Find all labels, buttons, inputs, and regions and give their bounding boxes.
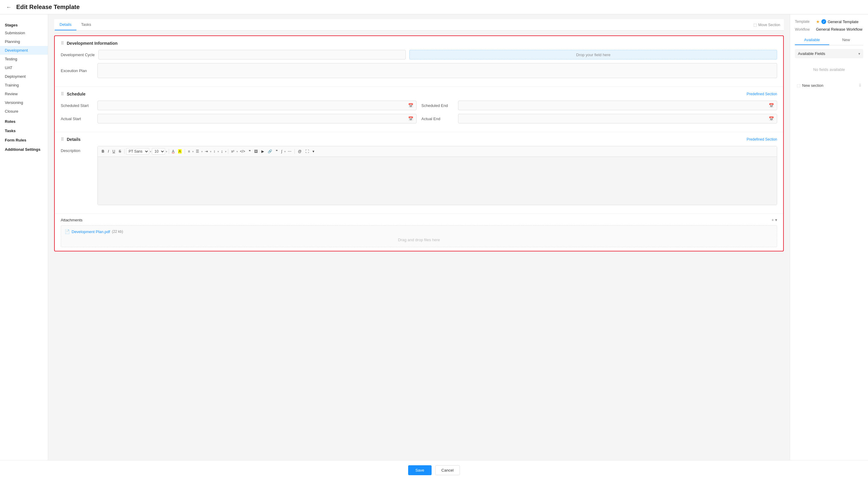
code-button[interactable]: </>	[239, 148, 247, 155]
sidebar-item-deployment[interactable]: Deployment	[0, 72, 48, 81]
indent-button[interactable]: ⇥	[203, 148, 209, 155]
attachment-file-item: 📄 Development Plan.pdf (22 kb)	[65, 229, 773, 234]
exceution-plan-input[interactable]	[97, 63, 777, 78]
tab-tasks[interactable]: Tasks	[76, 19, 96, 30]
font-family-select[interactable]: PT Sans	[126, 148, 149, 155]
right-tab-new[interactable]: New	[829, 35, 864, 45]
details-drag-handle[interactable]: ⠿	[61, 137, 64, 142]
underline-button[interactable]: U	[111, 148, 117, 155]
sidebar-item-review[interactable]: Review	[0, 90, 48, 98]
back-button[interactable]: ←	[6, 4, 12, 10]
mention-button[interactable]: @	[296, 148, 303, 155]
file-link[interactable]: Development Plan.pdf	[71, 230, 110, 234]
text-dir-button[interactable]: ↕	[212, 148, 217, 155]
page-title: Edit Release Template	[16, 4, 80, 10]
image-button[interactable]: 🖼	[253, 148, 259, 155]
strikethrough-button[interactable]: S	[117, 148, 123, 155]
rich-text-editor[interactable]: B I U S PT Sans ▾ 10 ▾	[97, 146, 777, 205]
text-dir-chevron: ▾	[217, 150, 219, 153]
tab-details[interactable]: Details	[55, 19, 76, 30]
attach-add-button[interactable]: + ▾	[771, 217, 777, 222]
actual-start-cal-icon: 📅	[408, 116, 413, 121]
available-fields-header[interactable]: Available Fields ▾	[795, 49, 863, 58]
sidebar-additional-settings[interactable]: Additional Settings	[0, 144, 48, 153]
scheduled-start-field: Scheduled Start 📅	[61, 101, 416, 110]
sidebar-item-versioning[interactable]: Versioning	[0, 98, 48, 107]
file-size: (22 kb)	[112, 230, 123, 234]
align-button[interactable]: ≡	[186, 148, 192, 155]
sidebar-item-closure[interactable]: Closure	[0, 107, 48, 116]
expand-button[interactable]: ▾	[311, 148, 316, 155]
development-cycle-field: Development Cycle Drop your field here	[61, 50, 777, 60]
sidebar-roles[interactable]: Roles	[0, 116, 48, 125]
bold-button[interactable]: B	[100, 148, 106, 155]
tabs-bar: Details Tasks ⬚ Move Section	[54, 19, 784, 31]
align-chevron: ▾	[192, 150, 194, 153]
scheduled-end-input[interactable]: 📅	[458, 101, 777, 110]
editor-toolbar: B I U S PT Sans ▾ 10 ▾	[98, 146, 777, 157]
new-section-row: ⬚ New section ⠿	[795, 81, 863, 90]
sidebar-item-uat[interactable]: UAT	[0, 63, 48, 72]
attachments-drop-area[interactable]: 📄 Development Plan.pdf (22 kb) Drag and …	[61, 225, 777, 247]
move-section-button[interactable]: ⬚ Move Section	[750, 21, 783, 29]
scheduled-end-field: Scheduled End 📅	[422, 101, 777, 110]
actual-end-cal-icon: 📅	[769, 116, 774, 121]
link-button[interactable]: 🔗	[266, 148, 274, 155]
section-drag-handle[interactable]: ⠿	[61, 41, 64, 46]
actual-end-input[interactable]: 📅	[458, 114, 777, 124]
italic-button[interactable]: I	[106, 148, 111, 155]
sidebar-item-training[interactable]: Training	[0, 81, 48, 90]
new-section-drag-handle[interactable]: ⠿	[859, 83, 861, 88]
cancel-button[interactable]: Cancel	[435, 465, 460, 475]
toolbar-divider-3	[185, 149, 185, 154]
schedule-drag-handle[interactable]: ⠿	[61, 92, 64, 96]
superscript-button[interactable]: x²	[230, 148, 236, 155]
actual-start-input[interactable]: 📅	[97, 114, 416, 124]
fullscreen-button[interactable]: ⛶	[304, 148, 310, 155]
pdf-icon: 📄	[65, 229, 70, 234]
video-button[interactable]: ▶	[260, 148, 266, 155]
save-button[interactable]: Save	[408, 465, 432, 475]
development-section: ⠿ Development Information Development Cy…	[55, 36, 783, 87]
drop-zone-field[interactable]: Drop your field here	[409, 50, 777, 60]
more-button[interactable]: ⋯	[286, 148, 293, 155]
right-tab-available[interactable]: Available	[795, 35, 829, 45]
editor-body[interactable]	[98, 157, 777, 205]
template-row: Template ★ ✓ General Template	[795, 19, 863, 24]
exceution-plan-row: Exceution Plan	[61, 63, 777, 78]
star-icon: ★	[816, 19, 820, 24]
attachments-section: Attachments + ▾ 📄 Development Plan.pdf (…	[55, 214, 783, 251]
sidebar-item-testing[interactable]: Testing	[0, 55, 48, 63]
scheduled-start-input[interactable]: 📅	[97, 101, 416, 110]
blockquote-button[interactable]: ❞	[274, 148, 279, 155]
font-size-chevron: ▾	[166, 150, 167, 153]
scheduled-start-cal-icon: 📅	[408, 103, 413, 108]
actual-end-field: Actual End 📅	[422, 114, 777, 124]
description-label: Description	[61, 146, 94, 153]
sidebar-form-rules[interactable]: Form Rules	[0, 134, 48, 144]
details-predefined-button[interactable]: Predefined Section	[747, 137, 777, 141]
schedule-section-title: Schedule	[67, 92, 85, 96]
actual-start-field: Actual Start 📅	[61, 114, 416, 124]
toolbar-divider-1	[124, 149, 125, 154]
sidebar-item-submission[interactable]: Submission	[0, 29, 48, 37]
line-height-button[interactable]: ↨	[220, 148, 224, 155]
font-color-button[interactable]: A	[170, 148, 176, 155]
template-value: ★ ✓ General Template	[816, 19, 858, 24]
font-size-select[interactable]: 10	[152, 148, 165, 155]
highlight-button[interactable]: A	[177, 148, 183, 155]
description-field: Description B I U S PT Sans ▾	[61, 146, 777, 205]
stages-title: Stages	[0, 19, 48, 29]
sidebar-item-planning[interactable]: Planning	[0, 37, 48, 46]
workflow-value: General Release Workflow	[816, 27, 862, 32]
development-section-title: Development Information	[67, 41, 118, 46]
list-button[interactable]: ☰	[194, 148, 200, 155]
sidebar-item-development[interactable]: Development	[0, 46, 48, 55]
check-circle-icon: ✓	[822, 19, 826, 24]
formula-button[interactable]: ∫	[280, 148, 284, 155]
quote-button[interactable]: ❝	[247, 148, 252, 155]
schedule-predefined-button[interactable]: Predefined Section	[747, 92, 777, 96]
sidebar-tasks[interactable]: Tasks	[0, 125, 48, 134]
development-cycle-input[interactable]	[98, 50, 406, 60]
details-section: ⠿ Details Predefined Section Description…	[55, 132, 783, 214]
